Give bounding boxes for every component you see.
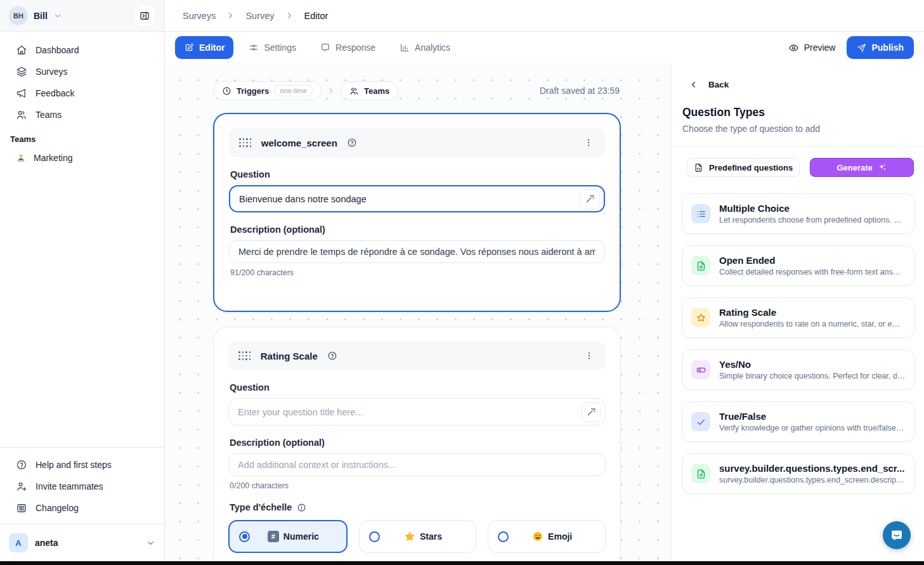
account-name: aneta (35, 538, 58, 548)
clock-icon (222, 86, 231, 96)
team-item-label: Marketing (34, 153, 72, 163)
magic-wand-button[interactable] (581, 402, 601, 422)
description-input[interactable] (230, 247, 604, 257)
question-input[interactable] (230, 194, 580, 204)
tab-editor[interactable]: Editor (175, 36, 233, 59)
question-type-rating-scale[interactable]: Rating Scale Allow respondents to rate o… (682, 297, 915, 338)
sidebar-item-label: Help and first steps (36, 460, 112, 470)
tab-label: Analytics (415, 42, 450, 53)
question-card-welcome-screen[interactable]: welcome_screen Question (213, 113, 621, 312)
sidebar-item-invite[interactable]: Invite teammates (0, 476, 164, 497)
newspaper-icon (16, 502, 27, 514)
breadcrumb-survey[interactable]: Survey (245, 11, 274, 21)
account-avatar: A (9, 533, 28, 552)
drag-handle-icon[interactable] (239, 138, 252, 147)
tab-response[interactable]: Response (311, 36, 384, 59)
question-types-panel: Back Question Types Choose the type of q… (671, 63, 924, 561)
breadcrumb-editor: Editor (304, 11, 329, 21)
scale-option-emoji[interactable]: Emoji (488, 520, 606, 553)
triggers-label: Triggers (237, 86, 269, 96)
generate-button[interactable]: Generate (810, 158, 914, 177)
draft-status: Draft saved at 23:59 (540, 86, 620, 96)
radio-selected-icon[interactable] (239, 531, 250, 542)
drag-handle-icon[interactable] (238, 351, 251, 360)
question-type-end-screen[interactable]: survey.builder.questions.types.end_scr..… (682, 453, 915, 494)
sparkles-icon (878, 163, 887, 172)
triggers-pill[interactable]: Triggers one-time (213, 81, 322, 100)
sidebar-item-team-marketing[interactable]: Marketing (0, 148, 164, 168)
screen-bottom-strip (0, 561, 924, 565)
predefined-questions-button[interactable]: Predefined questions (687, 158, 800, 177)
sidebar-item-label: Dashboard (36, 45, 79, 55)
workspace-switcher[interactable]: BH Bill (0, 0, 164, 32)
sidebar-item-help[interactable]: Help and first steps (0, 454, 164, 476)
card-menu-button[interactable] (582, 136, 595, 149)
question-input-wrapper (229, 185, 605, 212)
predefined-questions-label: Predefined questions (709, 163, 793, 172)
panel-title: Question Types (672, 89, 924, 119)
sidebar-nav: Dashboard Surveys Feedback Teams (0, 32, 164, 126)
question-type-true-false[interactable]: True/False Verify knowledge or gather op… (682, 401, 915, 442)
breadcrumb-surveys[interactable]: Surveys (183, 11, 216, 21)
question-type-yes-no[interactable]: Yes/No Simple binary choice questions. P… (682, 349, 915, 390)
type-title: survey.builder.questions.types.end_scr..… (719, 463, 906, 474)
sidebar-item-label: Teams (36, 110, 62, 120)
sidebar-item-changelog[interactable]: Changelog (0, 497, 164, 519)
home-icon (16, 44, 27, 56)
char-count: 91/200 characters (230, 268, 604, 277)
account-menu[interactable]: A aneta (0, 529, 164, 556)
sidebar-item-label: Surveys (36, 67, 68, 77)
question-type-open-ended[interactable]: Open Ended Collect detailed responses wi… (682, 245, 915, 286)
chat-widget-button[interactable] (883, 521, 911, 549)
users-icon (16, 109, 27, 120)
question-type-multiple-choice[interactable]: Multiple Choice Let respondents choose f… (682, 193, 915, 234)
scale-option-numeric[interactable]: # Numeric (228, 520, 348, 553)
question-card-rating-scale[interactable]: Rating Scale Question (213, 327, 621, 561)
question-input-wrapper (228, 398, 606, 425)
tab-analytics[interactable]: Analytics (391, 36, 459, 59)
sidebar-item-label: Invite teammates (36, 481, 103, 491)
canvas-toolbar: Triggers one-time Teams Draft saved at 2… (213, 81, 620, 100)
type-description: Allow respondents to rate on a numeric, … (719, 320, 906, 328)
chat-bubble-icon (320, 42, 330, 53)
magic-wand-button[interactable] (580, 189, 600, 209)
sidebar-collapse-button[interactable] (134, 5, 155, 27)
chevron-down-icon (146, 538, 155, 548)
scale-option-label: Stars (420, 531, 442, 542)
back-button[interactable]: Back (672, 63, 924, 89)
question-input[interactable] (229, 407, 581, 417)
question-card-header[interactable]: welcome_screen (229, 128, 605, 157)
tab-settings[interactable]: Settings (240, 36, 305, 59)
teams-pill[interactable]: Teams (341, 81, 398, 100)
char-count: 0/200 characters (230, 481, 604, 490)
send-icon (857, 43, 866, 53)
sidebar-item-surveys[interactable]: Surveys (0, 61, 164, 82)
teams-pill-label: Teams (364, 86, 389, 96)
question-card-header[interactable]: Rating Scale (228, 341, 606, 370)
scale-type-options: # Numeric Stars (228, 520, 606, 553)
publish-button[interactable]: Publish (847, 36, 914, 59)
info-circle-icon (297, 503, 306, 512)
type-title: Multiple Choice (719, 203, 906, 214)
type-description: Simple binary choice questions. Perfect … (719, 372, 906, 380)
star-icon (691, 308, 710, 327)
radio-icon[interactable] (369, 531, 380, 542)
preview-button[interactable]: Preview (788, 42, 836, 53)
scale-option-stars[interactable]: Stars (359, 520, 477, 553)
preview-label: Preview (804, 42, 836, 53)
type-title: True/False (719, 411, 906, 422)
scale-option-label: Emoji (548, 531, 572, 542)
question-card-title: Rating Scale (261, 351, 318, 361)
sidebar-item-teams[interactable]: Teams (0, 104, 164, 126)
sidebar-item-label: Changelog (36, 503, 79, 513)
description-input[interactable] (229, 460, 605, 470)
question-field-label: Question (230, 169, 604, 179)
card-menu-button[interactable] (583, 349, 595, 362)
tab-label: Settings (264, 42, 296, 53)
sidebar-item-feedback[interactable]: Feedback (0, 82, 164, 104)
panel-subtitle: Choose the type of question to add (672, 119, 924, 134)
ellipsis-vertical-icon (584, 351, 594, 361)
radio-icon[interactable] (498, 531, 509, 542)
chevron-left-icon (689, 80, 698, 89)
sidebar-item-dashboard[interactable]: Dashboard (0, 39, 164, 61)
